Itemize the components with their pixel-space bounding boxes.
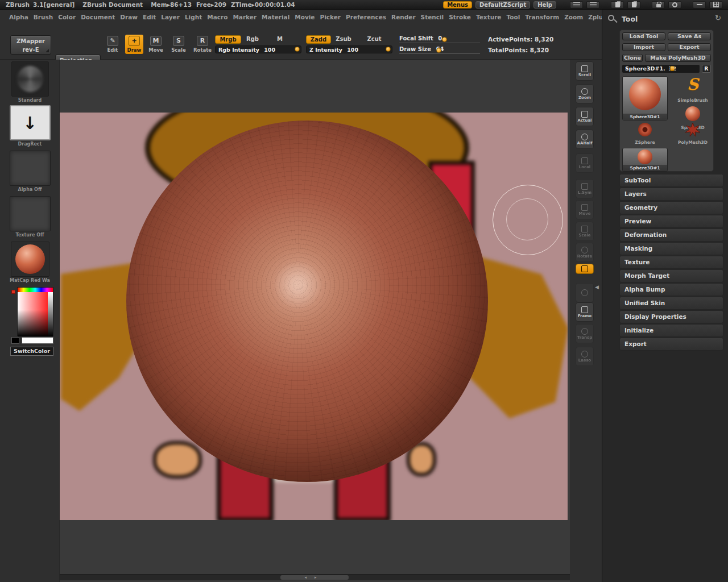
- rename-button[interactable]: R: [702, 65, 711, 73]
- scale3d-button[interactable]: Scale: [576, 222, 594, 241]
- m-toggle[interactable]: M: [275, 35, 284, 44]
- transp-button[interactable]: Transp: [576, 324, 594, 343]
- menu-alpha[interactable]: Alpha: [9, 14, 28, 20]
- menu-zoom[interactable]: Zoom: [564, 14, 583, 20]
- menu-picker[interactable]: Picker: [320, 14, 341, 20]
- help-button[interactable]: Help: [533, 1, 556, 9]
- grid-view-button[interactable]: [709, 1, 722, 9]
- zmapper-button[interactable]: ZMapper rev-E: [10, 35, 51, 55]
- material-thumbnail[interactable]: [11, 242, 49, 277]
- section-alpha-bump[interactable]: Alpha Bump: [619, 283, 723, 296]
- color-picker-body[interactable]: [17, 287, 53, 336]
- rgb-toggle[interactable]: Rgb: [245, 35, 260, 44]
- lock-button[interactable]: [652, 1, 665, 9]
- tool-name-slider[interactable]: Sphere3D#1.32: [622, 65, 700, 73]
- slider-knob[interactable]: [442, 37, 447, 42]
- default-zscript-button[interactable]: DefaultZScript: [475, 1, 530, 9]
- draw-mode-button[interactable]: + Draw: [125, 35, 143, 54]
- z-intensity-slider[interactable]: Z Intensity 100: [306, 45, 392, 53]
- section-export[interactable]: Export: [619, 338, 723, 351]
- spin-button[interactable]: [576, 283, 594, 302]
- draw-size-slider[interactable]: Draw Size 64: [399, 46, 480, 54]
- alpha-thumbnail[interactable]: [10, 151, 51, 186]
- edit-mode-button[interactable]: ✎ Edit: [104, 36, 122, 53]
- section-deformation[interactable]: Deformation: [619, 228, 723, 242]
- scrollbar-handle[interactable]: ◂▸: [280, 575, 349, 580]
- zsphere-tool[interactable]: ZSphere: [626, 123, 664, 146]
- section-layers[interactable]: Layers: [619, 188, 723, 201]
- recent-tool-thumbnail[interactable]: Sphere3D#1: [622, 148, 668, 172]
- stroke-thumbnail[interactable]: ↓: [10, 105, 51, 140]
- section-geometry[interactable]: Geometry: [619, 201, 723, 214]
- mrgb-toggle[interactable]: Mrgb: [215, 35, 241, 44]
- menu-layer[interactable]: Layer: [161, 14, 180, 20]
- copy-document-button[interactable]: [611, 1, 624, 9]
- section-morph-target[interactable]: Morph Target: [619, 269, 723, 282]
- menu-material[interactable]: Material: [262, 14, 289, 20]
- menu-texture[interactable]: Texture: [476, 14, 501, 20]
- zcut-toggle[interactable]: Zcut: [365, 35, 383, 44]
- lsym-button[interactable]: L.Sym: [576, 179, 594, 198]
- section-masking[interactable]: Masking: [619, 242, 723, 255]
- vscroll-sliders-button[interactable]: [586, 1, 599, 9]
- current-brush-item[interactable]: Standard: [0, 61, 60, 103]
- texture-thumbnail[interactable]: [10, 196, 51, 231]
- minimize-button[interactable]: [693, 1, 706, 9]
- current-texture-item[interactable]: Texture Off: [0, 196, 60, 238]
- lasso-button[interactable]: Lasso: [576, 347, 594, 366]
- polymesh3d-tool[interactable]: PolyMesh3D: [673, 123, 712, 146]
- scroll-right-icon[interactable]: ▸: [315, 575, 325, 580]
- menu-light[interactable]: Light: [185, 14, 202, 20]
- active-tool-thumbnail[interactable]: Sphere3D#1: [622, 76, 668, 120]
- canvas-area[interactable]: ◂▸: [60, 60, 570, 582]
- grayscale-strip[interactable]: [48, 292, 53, 336]
- menu-transform[interactable]: Transform: [525, 14, 559, 20]
- current-material-item[interactable]: MatCap Red Wa: [0, 242, 60, 283]
- horizontal-scrollbar[interactable]: ◂▸: [60, 574, 570, 580]
- rotate-mode-button[interactable]: R Rotate: [193, 36, 212, 53]
- section-preview[interactable]: Preview: [619, 215, 723, 228]
- menu-preferences[interactable]: Preferences: [346, 14, 386, 20]
- make-polymesh3d-button[interactable]: Make PolyMesh3D: [645, 54, 711, 62]
- simplebrush-tool[interactable]: S SimpleBrush: [673, 76, 712, 103]
- zadd-toggle[interactable]: Zadd: [306, 35, 331, 44]
- sphere3d-model[interactable]: [126, 120, 488, 482]
- current-stroke-item[interactable]: ↓ DragRect: [0, 105, 60, 147]
- menu-stroke[interactable]: Stroke: [449, 14, 471, 20]
- section-initialize[interactable]: Initialize: [619, 324, 723, 337]
- tool-palette-header[interactable]: Tool ↻: [602, 13, 728, 26]
- scroll-button[interactable]: Scroll: [576, 61, 594, 81]
- section-texture[interactable]: Texture: [619, 256, 723, 269]
- brush-thumbnail[interactable]: [11, 61, 49, 97]
- secondary-color-swatch[interactable]: [11, 337, 19, 344]
- zoom-button[interactable]: Zoom: [576, 84, 594, 103]
- clone-button[interactable]: Clone: [622, 54, 643, 62]
- hue-strip[interactable]: [18, 288, 53, 292]
- active-nav-button[interactable]: [576, 264, 594, 274]
- color-picker[interactable]: [11, 287, 53, 337]
- export-button[interactable]: Export: [668, 43, 711, 51]
- save-as-button[interactable]: Save As: [668, 32, 711, 40]
- menu-tool[interactable]: Tool: [506, 14, 520, 20]
- frame-button[interactable]: Frame: [576, 302, 594, 322]
- rgb-intensity-slider[interactable]: Rgb Intensity 100: [215, 45, 301, 53]
- load-tool-button[interactable]: Load Tool: [622, 32, 665, 40]
- menu-stencil[interactable]: Stencil: [421, 14, 444, 20]
- menu-marker[interactable]: Marker: [233, 14, 257, 20]
- rotate3d-button[interactable]: Rotate: [576, 243, 594, 262]
- zsub-toggle[interactable]: Zsub: [334, 35, 353, 44]
- slider-knob[interactable]: [386, 47, 391, 52]
- actual-button[interactable]: Actual: [576, 107, 594, 126]
- move3d-button[interactable]: Move: [576, 200, 594, 219]
- slider-knob[interactable]: [295, 47, 300, 52]
- aahalf-button[interactable]: AAHalf: [576, 130, 594, 149]
- paste-document-button[interactable]: [627, 1, 640, 9]
- panel-collapse-icon[interactable]: ◀: [595, 284, 599, 290]
- scroll-left-icon[interactable]: ◂: [304, 575, 315, 580]
- section-subtool[interactable]: SubTool: [619, 174, 723, 187]
- menu-brush[interactable]: Brush: [34, 14, 53, 20]
- local-button[interactable]: Local: [576, 153, 594, 173]
- menu-draw[interactable]: Draw: [120, 14, 138, 20]
- record-button[interactable]: [668, 1, 681, 9]
- switch-color-button[interactable]: SwitchColor: [10, 347, 53, 356]
